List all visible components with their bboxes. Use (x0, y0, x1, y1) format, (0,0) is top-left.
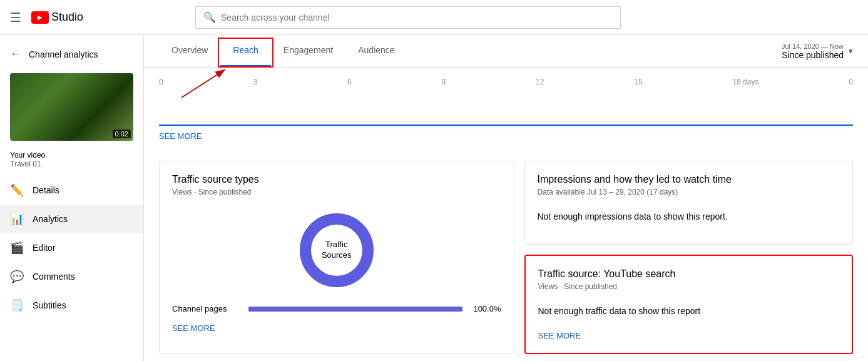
donut-wrapper: Traffic Sources (293, 206, 380, 294)
donut-line2: Sources (322, 250, 352, 260)
back-icon: ← (10, 48, 21, 61)
yt-search-empty: Not enough traffic data to show this rep… (538, 306, 840, 316)
impressions-card: Impressions and how they led to watch ti… (524, 161, 854, 245)
comments-icon: 💬 (10, 270, 23, 283)
editor-icon: 🎬 (10, 241, 23, 255)
tab-reach[interactable]: Reach (220, 35, 270, 67)
tab-audience[interactable]: Audience (345, 35, 407, 67)
sidebar-back-label: Channel analytics (29, 49, 98, 59)
header-left: ☰ Studio (10, 10, 83, 25)
axis-6: 6 (347, 78, 352, 86)
video-name: Travel 01 (10, 160, 133, 168)
details-icon: ✏️ (10, 183, 23, 197)
video-duration: 0:02 (113, 130, 131, 138)
bar-row: Channel pages 100.0% (172, 304, 501, 313)
impressions-empty: Not enough impressions data to show this… (538, 211, 840, 221)
chart-axis: 0 3 6 9 12 15 18 days 0 (159, 78, 853, 86)
donut-line1: Traffic (325, 240, 347, 249)
sidebar-item-editor[interactable]: 🎬 Editor (0, 233, 143, 262)
chart-line-area (159, 89, 853, 126)
axis-right: 0 (849, 78, 853, 86)
axis-12: 12 (536, 78, 544, 86)
date-range-label: Jul 14, 2020 — Now (782, 43, 844, 50)
bar-label: Channel pages (172, 304, 241, 313)
date-range-value: Since published (782, 50, 844, 60)
sidebar-item-label: Comments (33, 272, 75, 282)
axis-15: 15 (634, 78, 642, 86)
hamburger-icon[interactable]: ☰ (10, 10, 21, 25)
sidebar-item-subtitles[interactable]: 🗒️ Subtitles (0, 291, 143, 320)
cards-row-1: Traffic source types Views · Since publi… (144, 151, 868, 361)
thumbnail-image: 0:02 (10, 73, 133, 141)
sidebar: ← Channel analytics 0:02 Your video Trav… (0, 35, 144, 361)
sidebar-item-label: Details (33, 185, 59, 195)
bar-track (248, 307, 462, 312)
search-bar[interactable]: 🔍 (195, 6, 621, 29)
bar-pct: 100.0% (470, 304, 501, 313)
sidebar-item-label: Subtitles (33, 300, 66, 310)
subtitles-icon: 🗒️ (10, 298, 23, 312)
yt-icon (31, 11, 49, 24)
video-thumbnail: 0:02 (10, 73, 133, 141)
yt-search-title: Traffic source: YouTube search (538, 268, 840, 280)
axis-0: 0 (159, 78, 163, 86)
axis-9: 9 (442, 78, 446, 86)
impressions-title: Impressions and how they led to watch ti… (538, 174, 840, 185)
axis-18: 18 days (732, 78, 758, 86)
sidebar-item-label: Analytics (33, 214, 68, 224)
studio-label: Studio (51, 11, 83, 24)
youtube-logo: Studio (31, 11, 83, 24)
search-input[interactable] (221, 13, 613, 23)
analytics-icon: 📊 (10, 212, 23, 226)
header: ☰ Studio 🔍 (0, 0, 868, 35)
traffic-see-more[interactable]: SEE MORE (172, 323, 215, 333)
donut-chart-container: Traffic Sources (172, 206, 501, 294)
video-label: Your video (10, 151, 133, 160)
date-range-text: Jul 14, 2020 — Now Since published (782, 43, 844, 60)
date-range[interactable]: Jul 14, 2020 — Now Since published ▾ (782, 43, 853, 60)
chart-area: 0 3 6 9 12 15 18 days 0 SEE MORE (144, 68, 868, 151)
tabs-list: Overview Reach Engagement Audience (159, 35, 407, 67)
sidebar-item-label: Editor (33, 243, 56, 253)
tab-engagement[interactable]: Engagement (271, 35, 345, 67)
chart-see-more[interactable]: SEE MORE (159, 131, 202, 141)
sidebar-item-details[interactable]: ✏️ Details (0, 176, 143, 205)
donut-label: Traffic Sources (322, 240, 352, 261)
yt-search-see-more[interactable]: SEE MORE (538, 331, 581, 340)
bar-fill (248, 307, 462, 312)
yt-search-card: Traffic source: YouTube search Views · S… (524, 255, 854, 354)
main-content: Overview Reach Engagement Audience Jul 1… (144, 35, 868, 361)
yt-search-subtitle: Views · Since published (538, 282, 840, 291)
traffic-source-title: Traffic source types (172, 174, 501, 185)
sidebar-item-comments[interactable]: 💬 Comments (0, 262, 143, 291)
search-icon: 🔍 (203, 11, 216, 23)
date-dropdown-icon[interactable]: ▾ (849, 46, 853, 56)
traffic-source-subtitle: Views · Since published (172, 188, 501, 196)
impressions-subtitle: Data available Jul 13 – 29, 2020 (17 day… (538, 188, 840, 196)
tab-overview[interactable]: Overview (159, 35, 220, 67)
sidebar-nav: ✏️ Details 📊 Analytics 🎬 Editor 💬 Commen… (0, 176, 143, 320)
video-info: Your video Travel 01 (0, 146, 143, 171)
tabs-bar: Overview Reach Engagement Audience Jul 1… (144, 35, 868, 68)
chart-line (159, 125, 853, 126)
layout: ← Channel analytics 0:02 Your video Trav… (0, 35, 868, 361)
traffic-source-card: Traffic source types Views · Since publi… (159, 161, 514, 354)
sidebar-item-analytics[interactable]: 📊 Analytics (0, 205, 143, 233)
sidebar-back-button[interactable]: ← Channel analytics (0, 40, 143, 68)
axis-3: 3 (253, 78, 258, 86)
